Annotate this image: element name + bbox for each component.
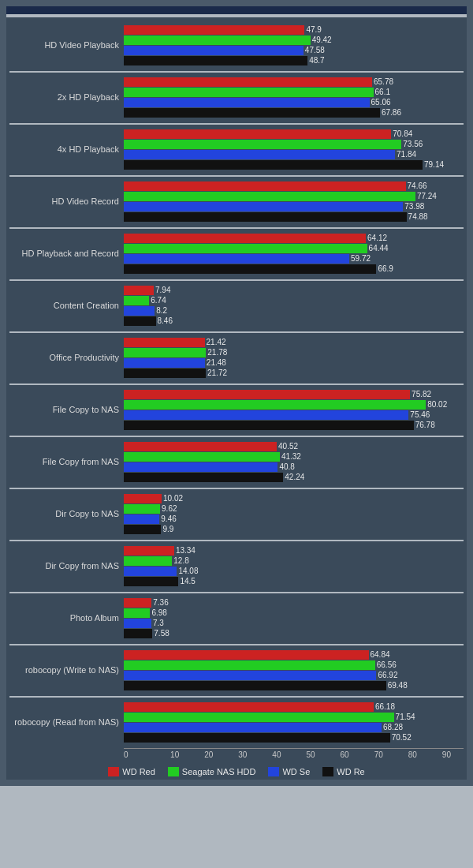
chart-body: HD Video Playback47.949.4247.5848.72x HD… bbox=[6, 17, 467, 762]
bar-value: 40.8 bbox=[279, 462, 294, 471]
row-divider bbox=[9, 488, 464, 489]
bar-group: Office Productivity21.4221.7821.4821.72 bbox=[9, 335, 464, 380]
bar-row: 67.86 bbox=[124, 108, 464, 118]
bar-row: 21.72 bbox=[124, 369, 464, 378]
bar-group: robocopy (Read from NAS)66.1871.5468.287… bbox=[9, 699, 464, 745]
row-label: File Copy from NAS bbox=[9, 456, 124, 467]
bar-row: 59.72 bbox=[124, 254, 464, 264]
bar-value: 7.94 bbox=[155, 286, 170, 294]
bar-row: 74.66 bbox=[124, 181, 464, 191]
bar-row: 71.54 bbox=[124, 713, 464, 722]
bar-value: 14.08 bbox=[178, 567, 198, 575]
bar-blue bbox=[124, 46, 304, 55]
bar-row: 47.9 bbox=[124, 25, 464, 35]
x-tick: 90 bbox=[430, 750, 464, 759]
bar-value: 9.9 bbox=[162, 525, 173, 533]
bar-value: 76.78 bbox=[415, 421, 435, 429]
bar-value: 65.78 bbox=[374, 77, 393, 86]
bar-value: 7.3 bbox=[153, 619, 164, 627]
bar-value: 66.18 bbox=[375, 702, 395, 711]
bars-area: 64.1264.4459.7266.9 bbox=[124, 234, 464, 274]
bar-row: 48.7 bbox=[124, 56, 464, 65]
bars-area: 64.8466.5666.9269.48 bbox=[124, 650, 464, 690]
bar-green bbox=[124, 88, 374, 97]
bar-row: 40.52 bbox=[124, 442, 464, 451]
bar-value: 70.52 bbox=[392, 733, 412, 742]
bar-green bbox=[124, 504, 160, 514]
x-tick: 0 bbox=[124, 750, 158, 759]
bar-value: 66.56 bbox=[377, 660, 397, 669]
bar-value: 69.48 bbox=[388, 681, 408, 690]
bar-value: 71.84 bbox=[397, 150, 416, 159]
row-divider bbox=[9, 592, 464, 593]
bar-row: 66.18 bbox=[124, 702, 464, 712]
bar-row: 9.62 bbox=[124, 504, 464, 514]
bar-red bbox=[124, 77, 372, 87]
bar-value: 13.34 bbox=[176, 546, 196, 555]
x-tick: 30 bbox=[225, 750, 259, 759]
bar-green bbox=[124, 400, 426, 410]
bar-value: 64.84 bbox=[371, 650, 390, 659]
bar-red bbox=[124, 234, 366, 243]
row-label: HD Playback and Record bbox=[9, 248, 124, 259]
bar-blue bbox=[124, 202, 403, 211]
bars-area: 66.1871.5468.2870.52 bbox=[124, 702, 464, 743]
bar-red bbox=[124, 494, 162, 503]
row-divider bbox=[9, 279, 464, 281]
row-divider bbox=[9, 436, 464, 437]
bar-row: 47.58 bbox=[124, 46, 464, 55]
bar-row: 66.56 bbox=[124, 660, 464, 670]
bar-value: 8.46 bbox=[158, 316, 173, 325]
bar-row: 73.98 bbox=[124, 202, 464, 211]
bar-blue bbox=[124, 306, 155, 316]
bar-row: 7.3 bbox=[124, 619, 464, 628]
row-label: HD Video Record bbox=[9, 196, 124, 207]
bar-row: 14.5 bbox=[124, 577, 464, 586]
bar-row: 7.94 bbox=[124, 286, 464, 295]
bars-area: 10.029.629.469.9 bbox=[124, 494, 464, 534]
bar-row: 64.84 bbox=[124, 650, 464, 660]
bar-row: 79.14 bbox=[124, 160, 464, 170]
bar-blue bbox=[124, 254, 349, 264]
bar-value: 79.14 bbox=[424, 160, 444, 169]
bar-red bbox=[124, 338, 205, 347]
bar-row: 75.46 bbox=[124, 410, 464, 420]
row-divider bbox=[9, 540, 464, 541]
bar-row: 9.9 bbox=[124, 525, 464, 534]
bar-red bbox=[124, 546, 174, 556]
row-label: Content Creation bbox=[9, 300, 124, 311]
bar-group: Dir Copy from NAS13.3412.814.0814.5 bbox=[9, 543, 464, 589]
bar-green bbox=[124, 660, 375, 670]
bar-row: 6.98 bbox=[124, 608, 464, 618]
bar-value: 21.72 bbox=[207, 369, 227, 377]
bar-blue bbox=[124, 150, 395, 159]
bar-value: 66.9 bbox=[378, 264, 393, 273]
bar-value: 6.74 bbox=[151, 296, 166, 305]
bar-row: 66.1 bbox=[124, 88, 464, 97]
row-label: robocopy (Write to NAS) bbox=[9, 664, 124, 675]
bar-row: 42.24 bbox=[124, 473, 464, 482]
bar-row: 6.74 bbox=[124, 296, 464, 305]
row-divider bbox=[9, 71, 464, 73]
bar-row: 69.48 bbox=[124, 681, 464, 690]
bars-area: 40.5241.3240.842.24 bbox=[124, 442, 464, 482]
bar-row: 77.24 bbox=[124, 192, 464, 201]
bar-group: 2x HD Playback65.7866.165.0667.86 bbox=[9, 74, 464, 120]
bar-row: 73.56 bbox=[124, 140, 464, 149]
bar-value: 9.62 bbox=[162, 504, 177, 513]
bar-row: 76.78 bbox=[124, 421, 464, 430]
legend-item: WD Red bbox=[108, 767, 155, 776]
bar-red bbox=[124, 650, 369, 660]
bar-black bbox=[124, 421, 414, 430]
bar-row: 9.46 bbox=[124, 514, 464, 524]
bar-row: 70.84 bbox=[124, 129, 464, 139]
bar-value: 49.42 bbox=[312, 36, 332, 44]
x-tick: 40 bbox=[259, 750, 293, 759]
row-label: Office Productivity bbox=[9, 352, 124, 363]
bar-value: 9.46 bbox=[161, 514, 176, 523]
bar-green bbox=[124, 244, 367, 253]
x-tick: 70 bbox=[362, 750, 396, 759]
bar-red bbox=[124, 181, 406, 191]
legend-color-swatch bbox=[322, 767, 333, 776]
bar-red bbox=[124, 390, 410, 399]
